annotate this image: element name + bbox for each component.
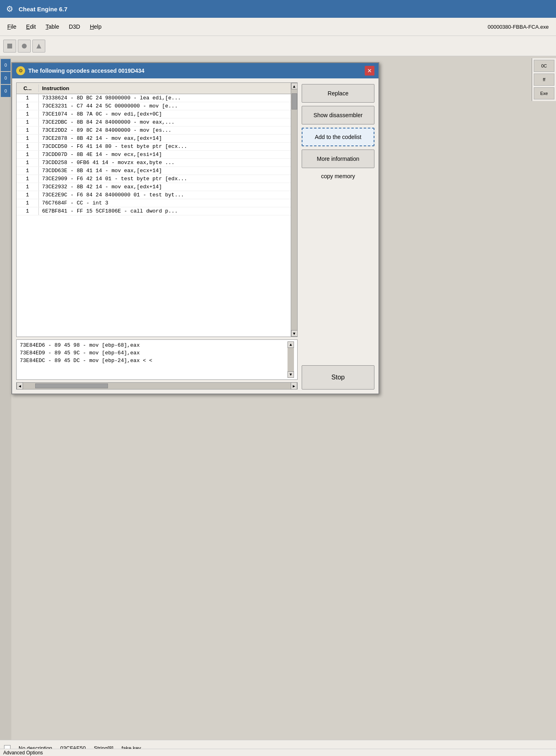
status-bar: No description 03CFAE50 String[8] fake k… xyxy=(0,740,556,756)
toolbar-btn-3[interactable] xyxy=(32,40,45,53)
row-count: 1 xyxy=(17,135,39,142)
row-count: 1 xyxy=(17,207,39,215)
table-row[interactable]: 1 76C7684F - CC - int 3 xyxy=(17,199,291,207)
bottom-text-content: 73E84ED6 - 89 45 98 - mov [ebp-68],eax73… xyxy=(20,341,286,378)
menu-help[interactable]: Help xyxy=(86,22,106,32)
table-row[interactable]: 1 73CDD63E - 8B 41 14 - mov eax,[ecx+14] xyxy=(17,167,291,175)
menu-file[interactable]: File xyxy=(3,22,21,32)
bottom-text-line: 73E84ED6 - 89 45 98 - mov [ebp-68],eax xyxy=(20,341,286,349)
row-instruction: 73CDD63E - 8B 41 14 - mov eax,[ecx+14] xyxy=(39,167,291,175)
advanced-options-label: Advanced Options xyxy=(3,750,43,756)
svg-marker-2 xyxy=(36,44,41,48)
row-count: 1 xyxy=(17,118,39,126)
scrollbar-thumb[interactable] xyxy=(292,93,297,110)
left-panel-item-2: 0 xyxy=(1,72,11,84)
modal-titlebar: ⚙ The following opcodes accessed 0019D43… xyxy=(12,63,378,78)
row-instruction: 73CDD258 - 0FB6 41 14 - movzx eax,byte .… xyxy=(39,159,291,166)
left-panel-item-1: 0 xyxy=(1,59,11,71)
table-row[interactable]: 1 73CE2E9C - F6 84 24 84000000 01 - test… xyxy=(17,191,291,199)
stop-button[interactable]: Stop xyxy=(302,365,374,390)
table-row[interactable]: 1 73CE3231 - C7 44 24 5C 00000000 - mov … xyxy=(17,102,291,110)
replace-button[interactable]: Replace xyxy=(302,84,374,103)
modal-title-icon: ⚙ xyxy=(16,66,25,75)
col-count-header: C... xyxy=(17,84,39,92)
add-to-codelist-button[interactable]: Add to the codelist xyxy=(302,128,374,146)
copy-memory-link[interactable]: copy memory xyxy=(302,171,374,181)
table-header: C... Instruction xyxy=(17,83,291,94)
row-instruction: 73CE3231 - C7 44 24 5C 00000000 - mov [e… xyxy=(39,102,291,110)
table-row[interactable]: 1 73CDCD50 - F6 41 14 80 - test byte ptr… xyxy=(17,143,291,151)
right-edge-item-2: ff xyxy=(534,74,554,86)
table-row[interactable]: 1 73CDD07D - 8B 4E 14 - mov ecx,[esi+14] xyxy=(17,151,291,159)
table-row[interactable]: 1 73CE2DBC - 8B 84 24 84000000 - mov eax… xyxy=(17,118,291,126)
row-count: 1 xyxy=(17,126,39,134)
horiz-scroll-track[interactable] xyxy=(23,383,291,389)
svg-point-1 xyxy=(22,44,27,48)
row-instruction: 73CE2DD2 - 89 8C 24 84000000 - mov [es..… xyxy=(39,126,291,134)
show-disassembler-button[interactable]: Show disassembler xyxy=(302,106,374,124)
right-edge-panel: 0C ff Exe xyxy=(532,58,556,101)
table-scrollbar[interactable]: ▲ ▼ xyxy=(291,83,297,337)
right-edge-item-1: 0C xyxy=(534,60,554,72)
menu-table[interactable]: Table xyxy=(42,22,63,32)
row-count: 1 xyxy=(17,143,39,150)
toolbar-btn-2[interactable] xyxy=(18,40,31,53)
modal-body: C... Instruction 1 73338624 - 8D BC 24 9… xyxy=(12,78,378,394)
col-instruction-header: Instruction xyxy=(39,84,291,92)
menu-edit[interactable]: Edit xyxy=(22,22,40,32)
table-body[interactable]: 1 73338624 - 8D BC 24 98000000 - lea edi… xyxy=(17,94,291,337)
toolbar-btn-1[interactable] xyxy=(3,40,16,53)
bottom-text-line: 73E84ED9 - 89 45 9C - mov [ebp-64],eax xyxy=(20,349,286,357)
bottom-scrollbar[interactable]: ▲ ▼ xyxy=(288,341,294,378)
table-row[interactable]: 1 73CE2DD2 - 89 8C 24 84000000 - mov [es… xyxy=(17,126,291,135)
process-label: 00000380-FBBA-FCA.exe xyxy=(488,24,553,30)
row-instruction: 73CE2DBC - 8B 84 24 84000000 - mov eax,.… xyxy=(39,118,291,126)
right-button-panel: Replace Show disassembler Add to the cod… xyxy=(302,82,374,390)
row-count: 1 xyxy=(17,183,39,191)
app-icon: ⚙ xyxy=(4,3,15,15)
advanced-options-bar: Advanced Options xyxy=(0,749,556,756)
more-information-button[interactable]: More information xyxy=(302,150,374,168)
table-row[interactable]: 1 73338624 - 8D BC 24 98000000 - lea edi… xyxy=(17,94,291,102)
horiz-scroll-thumb[interactable] xyxy=(35,383,108,388)
row-count: 1 xyxy=(17,167,39,175)
row-count: 1 xyxy=(17,94,39,102)
modal-close-button[interactable]: ✕ xyxy=(365,66,374,76)
row-instruction: 73CE2909 - F6 42 14 01 - test byte ptr [… xyxy=(39,175,291,183)
horiz-scroll-right[interactable]: ► xyxy=(291,382,297,390)
row-count: 1 xyxy=(17,175,39,183)
row-instruction: 73CE2932 - 8B 42 14 - mov eax,[edx+14] xyxy=(39,183,291,191)
bottom-scrollbar-up[interactable]: ▲ xyxy=(288,341,294,348)
table-row[interactable]: 1 73CDD258 - 0FB6 41 14 - movzx eax,byte… xyxy=(17,159,291,167)
scrollbar-up-arrow[interactable]: ▲ xyxy=(291,83,298,89)
row-count: 1 xyxy=(17,151,39,158)
row-instruction: 73CDD07D - 8B 4E 14 - mov ecx,[esi+14] xyxy=(39,151,291,158)
toolbar xyxy=(0,36,556,56)
row-instruction: 73CE2878 - 8B 42 14 - mov eax,[edx+14] xyxy=(39,135,291,142)
left-panel-item-3: 0 xyxy=(1,85,11,97)
bottom-scrollbar-track[interactable] xyxy=(288,348,294,371)
table-row[interactable]: 1 73CE1074 - 8B 7A 0C - mov edi,[edx+0C] xyxy=(17,110,291,118)
row-instruction: 73CDCD50 - F6 41 14 80 - test byte ptr [… xyxy=(39,143,291,150)
app-title: Cheat Engine 6.7 xyxy=(19,6,68,13)
table-row[interactable]: 1 6E7BF841 - FF 15 5CF1806E - call dword… xyxy=(17,207,291,215)
bottom-text-line: 73E84EDC - 89 45 DC - mov [ebp-24],eax <… xyxy=(20,357,286,364)
svg-rect-0 xyxy=(7,44,12,48)
right-edge-item-3: Exe xyxy=(534,87,554,99)
opcode-panel: C... Instruction 1 73338624 - 8D BC 24 9… xyxy=(16,82,298,390)
row-count: 1 xyxy=(17,102,39,110)
title-bar: ⚙ Cheat Engine 6.7 xyxy=(0,0,556,18)
table-row[interactable]: 1 73CE2932 - 8B 42 14 - mov eax,[edx+14] xyxy=(17,183,291,191)
bottom-scrollbar-down[interactable]: ▼ xyxy=(288,371,294,378)
menu-d3d[interactable]: D3D xyxy=(65,22,84,32)
table-row[interactable]: 1 73CE2909 - F6 42 14 01 - test byte ptr… xyxy=(17,175,291,183)
row-instruction: 73CE1074 - 8B 7A 0C - mov edi,[edx+0C] xyxy=(39,110,291,118)
horizontal-scrollbar[interactable]: ◄ ► xyxy=(16,382,298,390)
table-row[interactable]: 1 73CE2878 - 8B 42 14 - mov eax,[edx+14] xyxy=(17,135,291,143)
scrollbar-track[interactable] xyxy=(291,89,298,330)
horiz-scroll-left[interactable]: ◄ xyxy=(17,382,23,390)
row-instruction: 76C7684F - CC - int 3 xyxy=(39,199,291,207)
scrollbar-down-arrow[interactable]: ▼ xyxy=(291,330,298,337)
row-count: 1 xyxy=(17,199,39,207)
menu-bar: File Edit Table D3D Help 00000380-FBBA-F… xyxy=(0,18,556,36)
